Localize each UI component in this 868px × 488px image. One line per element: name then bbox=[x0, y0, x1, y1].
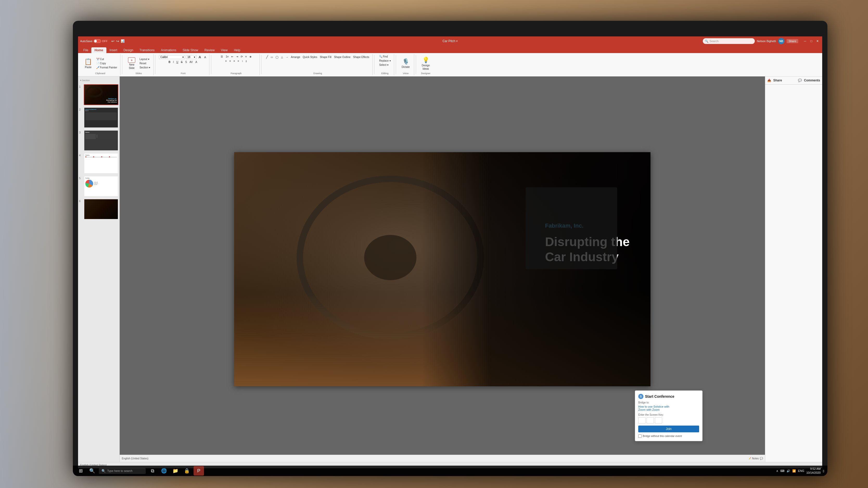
presentation-icon[interactable]: 📊 bbox=[121, 39, 125, 43]
slide-thumb-img-1[interactable]: Fabrikam, Inc. Disrupting theCar Industr… bbox=[84, 84, 118, 105]
tab-animations[interactable]: Animations bbox=[158, 47, 179, 53]
slide-thumbnail-3[interactable]: 3 Solution ●●● bbox=[79, 130, 118, 151]
justify-button[interactable]: ≡ bbox=[237, 59, 240, 63]
cut-button[interactable]: ✂️ Cut bbox=[95, 57, 118, 61]
paste-button[interactable]: 📋 Paste bbox=[82, 55, 94, 72]
slide-thumb-img-2[interactable]: Engineering Approach About Us bbox=[84, 107, 118, 128]
copy-button[interactable]: 📄 Copy bbox=[95, 61, 118, 65]
shape-effects-button[interactable]: Shape Effects bbox=[352, 55, 370, 59]
italic-button[interactable]: I bbox=[172, 60, 175, 64]
notes-icon[interactable]: 📝 bbox=[748, 457, 751, 460]
align-right-button[interactable]: ≡ bbox=[232, 59, 236, 63]
increase-indent-button[interactable]: ⇥ bbox=[235, 55, 239, 59]
font-size-selector[interactable]: 18 ▾ bbox=[186, 55, 196, 59]
close-button[interactable]: ✕ bbox=[815, 38, 820, 44]
design-ideas-button[interactable]: 💡 Design Ideas bbox=[420, 55, 432, 72]
share-btn[interactable]: Share bbox=[786, 39, 798, 43]
autosave-indicator[interactable]: AutoSave OFF bbox=[80, 39, 108, 43]
columns-button[interactable]: ⫿ bbox=[245, 59, 248, 63]
quick-styles-button[interactable]: Quick Styles bbox=[302, 55, 318, 59]
select-button[interactable]: Select ▾ bbox=[378, 63, 392, 67]
reset-button[interactable]: Reset bbox=[138, 61, 151, 65]
text-direction-button[interactable]: ⟳ bbox=[240, 55, 244, 59]
shape-rectangle[interactable]: ▭ bbox=[270, 55, 274, 59]
taskbar-search-box[interactable]: 🔍 Type here to search bbox=[99, 468, 146, 474]
underline-button[interactable]: U bbox=[175, 60, 179, 64]
shape-oval[interactable]: ◯ bbox=[275, 55, 279, 59]
windows-start-button[interactable]: ⊞ bbox=[76, 466, 85, 476]
tab-view[interactable]: View bbox=[218, 47, 231, 53]
volume-icon[interactable]: 🔊 bbox=[786, 469, 790, 473]
shadow-button[interactable]: S bbox=[184, 60, 188, 64]
ppt-taskbar-button[interactable]: P bbox=[194, 466, 204, 476]
slide-thumbnail-4[interactable]: 4 Timeline bbox=[79, 153, 118, 174]
task-view-button[interactable]: ⧉ bbox=[148, 466, 157, 476]
user-avatar[interactable]: NB bbox=[778, 38, 784, 44]
shape-fill-button[interactable]: Shape Fill bbox=[319, 55, 332, 59]
align-center-button[interactable]: ≡ bbox=[228, 59, 232, 63]
file-explorer-button[interactable]: 📁 bbox=[171, 466, 180, 476]
search-taskbar-btn[interactable]: 🔍 bbox=[87, 466, 97, 476]
format-painter-button[interactable]: 🖌️ Format Painter bbox=[95, 66, 118, 69]
conference-popup[interactable]: S Start Conference Bridge to: How to use… bbox=[635, 390, 703, 441]
slide-thumbnail-2[interactable]: 2 Engineering Approach About Us bbox=[79, 107, 118, 128]
align-left-button[interactable]: ≡ bbox=[224, 59, 228, 63]
slide-thumb-img-4[interactable]: Timeline ——— ——— —— bbox=[84, 153, 118, 174]
shape-triangle[interactable]: △ bbox=[280, 55, 284, 59]
network-icon[interactable]: 📶 bbox=[792, 469, 796, 473]
autosave-toggle[interactable] bbox=[94, 39, 101, 43]
shape-arrow[interactable]: → bbox=[285, 55, 289, 59]
numbering-button[interactable]: 1≡ bbox=[224, 55, 229, 59]
main-slide[interactable]: Fabrikam, Inc. Disrupting the Car Indust… bbox=[234, 152, 650, 386]
tab-design[interactable]: Design bbox=[121, 47, 136, 53]
font-family-selector[interactable]: Calibri ▾ bbox=[159, 55, 185, 59]
tab-file[interactable]: File bbox=[80, 47, 91, 53]
redo-icon[interactable]: ↪ bbox=[116, 39, 119, 43]
start-conference-button[interactable]: Join bbox=[638, 426, 699, 432]
undo-icon[interactable]: ↩ bbox=[111, 39, 115, 43]
bullets-button[interactable]: ☰ bbox=[220, 55, 224, 59]
decrease-font-button[interactable]: A bbox=[203, 55, 207, 59]
slide-thumbnail-5[interactable]: 5 Funding ■ Series A ■ Revenue bbox=[79, 176, 118, 197]
slide-thumbnail-6[interactable]: 6 bbox=[79, 199, 118, 220]
slide-thumb-img-5[interactable]: Funding ■ Series A ■ Revenue ■ Grants bbox=[84, 176, 118, 197]
bridge-checkbox-area[interactable]: Bridge without this calendar event bbox=[638, 434, 699, 438]
comments-icon-btn[interactable]: 💬 bbox=[760, 457, 763, 460]
slide-thumb-img-6[interactable] bbox=[84, 199, 118, 220]
convert-smartart-button[interactable]: ◈ bbox=[248, 55, 253, 59]
slide-panel[interactable]: ▾ Section 1 Fabrikam, Inc. Disruptin bbox=[78, 76, 120, 462]
strikethrough-button[interactable]: S bbox=[180, 60, 184, 64]
search-bar[interactable]: 🔍 Search bbox=[703, 38, 755, 44]
section-button[interactable]: Section ▾ bbox=[138, 66, 151, 69]
replace-button[interactable]: Replace ▾ bbox=[378, 59, 392, 63]
tab-help[interactable]: Help bbox=[231, 47, 244, 53]
tab-home[interactable]: Home bbox=[91, 47, 106, 53]
arrange-button[interactable]: Arrange bbox=[290, 55, 301, 59]
minimize-button[interactable]: ─ bbox=[802, 38, 808, 44]
layout-button[interactable]: Layout ▾ bbox=[138, 57, 151, 61]
notes-label[interactable]: Notes bbox=[752, 457, 759, 460]
font-color-button[interactable]: A bbox=[194, 60, 199, 64]
lock-button[interactable]: 🔒 bbox=[182, 466, 191, 476]
show-desktop-icon[interactable]: ▯ bbox=[823, 469, 824, 473]
screen-key-input-1[interactable] bbox=[638, 417, 646, 423]
tab-transitions[interactable]: Transitions bbox=[136, 47, 158, 53]
bold-button[interactable]: B bbox=[167, 60, 172, 64]
slide-editing-area[interactable]: Fabrikam, Inc. Disrupting the Car Indust… bbox=[120, 76, 765, 462]
tab-insert[interactable]: Insert bbox=[106, 47, 121, 53]
taskbar-clock[interactable]: 9:52 AM 10/14/2020 bbox=[806, 467, 820, 475]
line-spacing-button[interactable]: ↕ bbox=[241, 59, 244, 63]
decrease-indent-button[interactable]: ⇤ bbox=[230, 55, 235, 59]
shape-line[interactable]: ╱ bbox=[265, 55, 269, 59]
bridge-checkbox[interactable] bbox=[638, 434, 642, 438]
align-text-button[interactable]: ≡ bbox=[244, 55, 248, 59]
slide-thumbnail-1[interactable]: 1 Fabrikam, Inc. Disrupting theCar Indus… bbox=[79, 84, 118, 105]
tab-slideshow[interactable]: Slide Show bbox=[180, 47, 202, 53]
find-button[interactable]: 🔍 Find bbox=[378, 55, 392, 59]
tab-review[interactable]: Review bbox=[202, 47, 218, 53]
char-spacing-button[interactable]: AV bbox=[188, 60, 194, 64]
edge-button[interactable]: 🌐 bbox=[159, 466, 168, 476]
screen-key-input-2[interactable] bbox=[647, 417, 654, 423]
screen-key-input-3[interactable] bbox=[655, 417, 662, 423]
new-slide-button[interactable]: + New Slide bbox=[126, 55, 137, 72]
